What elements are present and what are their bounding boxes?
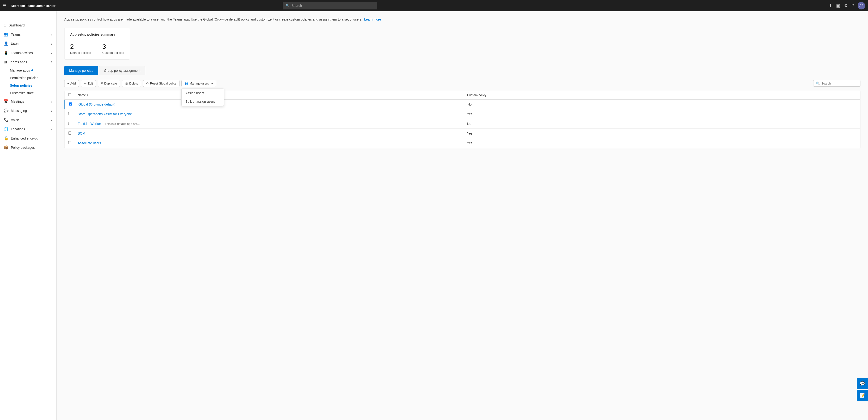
sidebar-item-messaging[interactable]: 💬 Messaging ∨ (0, 106, 57, 115)
sidebar-item-label: Teams devices (11, 51, 33, 55)
sidebar-item-teams-apps[interactable]: ⊞ Teams apps ∧ (0, 57, 57, 67)
sort-icon[interactable]: ↓ (87, 93, 88, 97)
customize-store-label: Customize store (10, 91, 34, 95)
sidebar-sub-setup-policies[interactable]: Setup policies (0, 82, 57, 89)
floating-chat-button[interactable]: 💬 (857, 378, 868, 389)
row-checkbox[interactable] (68, 141, 78, 145)
bulk-unassign-item[interactable]: Bulk unassign users (182, 97, 224, 106)
manage-users-button[interactable]: 👥 Manage users ∨ (181, 80, 216, 87)
row-custom-policy: Yes (467, 141, 857, 145)
edit-icon: ✏ (84, 82, 87, 85)
search-input[interactable] (291, 4, 374, 7)
row-custom-policy: No (467, 102, 857, 106)
assign-users-item[interactable]: Assign users (182, 89, 224, 97)
add-icon: + (67, 82, 69, 85)
table-search-input[interactable] (821, 82, 857, 85)
sidebar-sub-permission-policies[interactable]: Permission policies (0, 74, 57, 82)
duplicate-icon: ⧉ (101, 82, 103, 85)
topbar: ☰ Microsoft Teams admin center 🔍 ⬇ ▣ ⚙ ?… (0, 0, 868, 11)
search-icon: 🔍 (816, 82, 820, 85)
topbar-actions: ⬇ ▣ ⚙ ? AP (829, 2, 865, 9)
summary-card-inner: App setup policies summary 2 Default pol… (70, 33, 124, 55)
permission-policies-label: Permission policies (10, 76, 38, 80)
floating-feedback-button[interactable]: 📝 (857, 390, 868, 401)
monitor-icon[interactable]: ▣ (836, 3, 840, 8)
chevron-down-icon: ∨ (51, 109, 53, 112)
chevron-down-icon: ∨ (211, 82, 213, 85)
policy-packages-icon: 📦 (4, 145, 8, 150)
row-checkbox[interactable] (68, 131, 78, 135)
tab-group-policy[interactable]: Group policy assignment (99, 66, 145, 75)
row-name: Global (Org-wide default) (79, 102, 467, 106)
table-row[interactable]: Store Operations Assist for Everyone Yes (64, 109, 860, 119)
table-search[interactable]: 🔍 (813, 80, 861, 87)
policy-link[interactable]: BOM (78, 131, 85, 135)
sidebar-item-enhanced-encrypt[interactable]: 🔒 Enhanced encrypt... (0, 134, 57, 143)
setup-policies-label: Setup policies (10, 84, 32, 87)
stat-label-default: Default policies (70, 51, 91, 55)
sidebar-item-label: Users (11, 42, 20, 45)
sidebar-sub-customize-store[interactable]: Customize store (0, 89, 57, 97)
sidebar-sub-manage-apps[interactable]: Manage apps (0, 67, 57, 74)
download-icon[interactable]: ⬇ (829, 3, 832, 8)
help-icon[interactable]: ? (851, 3, 854, 8)
tab-manage-policies[interactable]: Manage policies (64, 66, 98, 75)
policy-link[interactable]: Associate users (78, 141, 101, 145)
enhanced-encrypt-icon: 🔒 (4, 136, 8, 140)
header-name: Name ↓ (78, 93, 467, 97)
manage-users-icon: 👥 (184, 82, 188, 85)
sidebar-item-dashboard[interactable]: ⌂ Dashboard (0, 21, 57, 30)
stat-number-custom: 3 (102, 43, 124, 51)
dashboard-icon: ⌂ (4, 23, 6, 27)
policy-link[interactable]: Global (Org-wide default) (79, 102, 115, 106)
policy-link[interactable]: Store Operations Assist for Everyone (78, 112, 132, 116)
row-checkbox[interactable] (69, 102, 79, 106)
teams-icon: 👥 (4, 32, 8, 37)
chat-icon: 💬 (860, 381, 865, 386)
hamburger-icon[interactable]: ☰ (3, 3, 7, 8)
sidebar-item-meetings[interactable]: 📅 Meetings ∨ (0, 97, 57, 106)
main-content: App setup policies control how apps are … (57, 11, 868, 420)
stat-number-default: 2 (70, 43, 91, 51)
reset-icon: ⟳ (146, 82, 149, 85)
delete-icon: 🗑 (125, 82, 128, 85)
summary-card: App setup policies summary 2 Default pol… (64, 28, 130, 60)
learn-more-link[interactable]: Learn more (364, 18, 381, 21)
sidebar-item-teams-devices[interactable]: 📱 Teams devices ∨ (0, 48, 57, 57)
table-row[interactable]: FirstLineWorker This is a default app se… (64, 119, 860, 129)
chevron-down-icon: ∨ (51, 128, 53, 131)
manage-apps-label: Manage apps (10, 68, 30, 72)
sidebar-item-teams[interactable]: 👥 Teams ∨ (0, 30, 57, 39)
delete-button[interactable]: 🗑 Delete (122, 80, 141, 87)
table-row[interactable]: BOM Yes (64, 129, 860, 138)
global-search[interactable]: 🔍 (283, 2, 377, 9)
add-button[interactable]: + Add (64, 80, 79, 87)
reset-global-policy-button[interactable]: ⟳ Reset Global policy (143, 80, 180, 87)
row-name: FirstLineWorker This is a default app se… (78, 122, 467, 126)
layout: ☰ ⌂ Dashboard 👥 Teams ∨ 👤 Users ∨ 📱 Team… (0, 11, 868, 420)
select-all-checkbox[interactable] (68, 93, 71, 96)
sidebar-item-label: Teams (11, 33, 21, 36)
sidebar-item-policy-packages[interactable]: 📦 Policy packages (0, 143, 57, 152)
avatar[interactable]: AP (858, 2, 865, 9)
edit-button[interactable]: ✏ Edit (81, 80, 96, 87)
teams-devices-icon: 📱 (4, 51, 8, 55)
row-checkbox[interactable] (68, 112, 78, 116)
sidebar-item-label: Voice (11, 118, 19, 122)
sidebar-collapse[interactable]: ☰ (0, 11, 57, 21)
sidebar-item-locations[interactable]: 🌐 Locations ∨ (0, 124, 57, 134)
header-checkbox[interactable] (68, 93, 78, 97)
sidebar-item-label: Locations (11, 127, 25, 131)
floating-buttons: 💬 📝 (857, 378, 868, 401)
row-name: BOM (78, 131, 467, 135)
row-custom-policy: Yes (467, 112, 857, 116)
policy-link[interactable]: FirstLineWorker (78, 122, 101, 126)
stat-default-policies: 2 Default policies (70, 43, 91, 55)
sidebar-item-voice[interactable]: 📞 Voice ∨ (0, 115, 57, 124)
row-checkbox[interactable] (68, 122, 78, 126)
row-name: Associate users (78, 141, 467, 145)
table-row[interactable]: Associate users Yes (64, 138, 860, 148)
duplicate-button[interactable]: ⧉ Duplicate (98, 80, 120, 87)
settings-icon[interactable]: ⚙ (844, 3, 848, 8)
sidebar-item-users[interactable]: 👤 Users ∨ (0, 39, 57, 48)
